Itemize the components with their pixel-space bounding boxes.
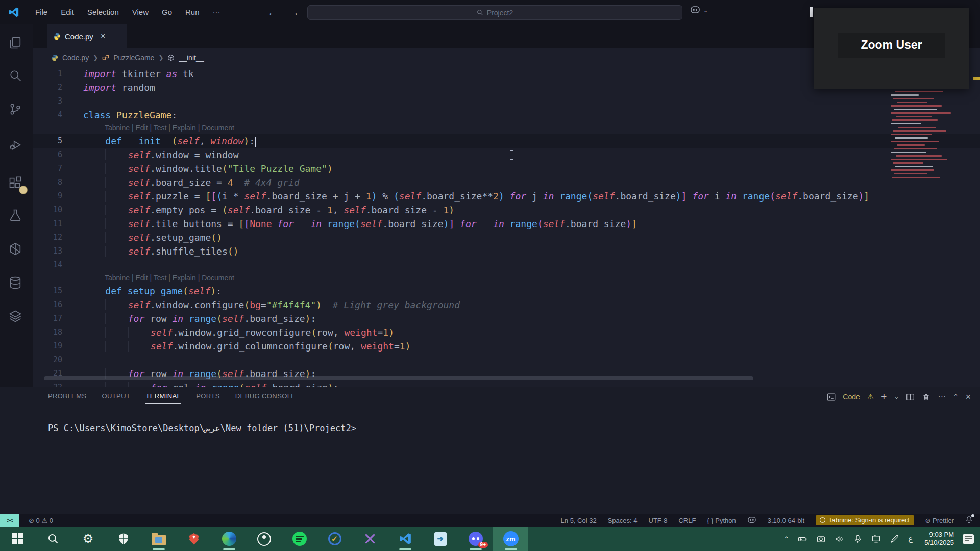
nav-forward-icon[interactable]: →	[289, 7, 299, 18]
copilot-status-icon[interactable]	[747, 517, 756, 524]
taskbar-settings[interactable]: ⚙	[70, 527, 106, 551]
layers-icon[interactable]	[8, 309, 24, 325]
code-line-14[interactable]: 14	[33, 258, 980, 272]
breadcrumb-class[interactable]: PuzzleGame	[113, 54, 154, 62]
tab-code-py[interactable]: Code.py ×	[47, 24, 127, 48]
horizontal-scrollbar[interactable]	[44, 376, 753, 380]
notification-center-icon[interactable]	[963, 534, 974, 544]
zoom-app[interactable]: zm	[493, 527, 528, 551]
code-line-4[interactable]: 4class PuzzleGame:	[33, 108, 980, 122]
code-line-12[interactable]: 12 self.setup_game()	[33, 231, 980, 244]
terminal-prompt[interactable]: PS C:\Users\KimoStore\Desktop\عرض\New fo…	[48, 423, 356, 433]
display-icon[interactable]	[871, 534, 881, 544]
tab-close-icon[interactable]: ×	[101, 32, 105, 41]
panel-tab-ports[interactable]: PORTS	[196, 392, 220, 404]
panel-tab-debug-console[interactable]: DEBUG CONSOLE	[235, 392, 296, 404]
code-line-9[interactable]: 9 self.puzzle = [[(i * self.board_size +…	[33, 189, 980, 203]
run-debug-icon[interactable]	[8, 138, 24, 154]
menu-selection[interactable]: Selection	[81, 0, 126, 24]
document-share-app[interactable]: ➜	[423, 527, 458, 551]
menu-file[interactable]: File	[29, 0, 54, 24]
menu-[interactable]: ···	[206, 0, 227, 24]
code-line-6[interactable]: 6 self.window = window	[33, 148, 980, 162]
codelens-actions[interactable]: Tabnine | Edit | Test | Explain | Docume…	[105, 272, 980, 284]
encoding[interactable]: UTF-8	[649, 517, 668, 524]
code-line-3[interactable]: 3	[33, 94, 980, 108]
testing-icon[interactable]	[8, 208, 24, 224]
obs-recorder[interactable]	[247, 527, 282, 551]
terminal-dropdown-icon[interactable]: ⌄	[894, 393, 899, 400]
camera-icon[interactable]	[816, 534, 826, 544]
code-line-16[interactable]: 16 self.window.configure(bg="#f4f4f4") #…	[33, 298, 980, 312]
split-terminal-icon[interactable]	[906, 393, 915, 402]
pen-icon[interactable]	[890, 534, 899, 544]
discord[interactable]: 9+	[458, 527, 493, 551]
source-control-icon[interactable]	[8, 102, 24, 118]
menu-go[interactable]: Go	[155, 0, 179, 24]
code-line-17[interactable]: 17 for row in range(self.board_size):	[33, 312, 980, 325]
panel-tab-terminal[interactable]: TERMINAL	[145, 392, 181, 404]
taskbar-search[interactable]	[35, 527, 70, 551]
python-interpreter[interactable]: 3.10.0 64-bit	[768, 517, 804, 524]
microphone-icon[interactable]	[853, 534, 863, 544]
database-icon[interactable]	[8, 276, 24, 292]
notifications-bell[interactable]	[965, 516, 973, 525]
code-line-20[interactable]: 20	[33, 353, 980, 367]
close-panel-icon[interactable]: ×	[965, 392, 971, 403]
new-terminal-button[interactable]: +	[881, 391, 887, 403]
code-line-15[interactable]: 15 def setup_game(self):	[33, 284, 980, 298]
codelens-actions[interactable]: Tabnine | Edit | Test | Explain | Docume…	[105, 122, 980, 134]
windows-defender[interactable]	[106, 527, 141, 551]
code-line-19[interactable]: 19 self.window.grid_columnconfigure(row,…	[33, 339, 980, 353]
brave-browser[interactable]	[176, 527, 211, 551]
file-explorer[interactable]	[141, 527, 176, 551]
more-actions-icon[interactable]: ···	[938, 392, 946, 402]
shell-warning-icon[interactable]: ⚠	[867, 392, 874, 402]
panel-tab-output[interactable]: OUTPUT	[102, 392, 130, 404]
search-sidebar-icon[interactable]	[8, 68, 24, 85]
nav-back-icon[interactable]: ←	[267, 7, 278, 18]
code-line-10[interactable]: 10 self.empty_pos = (self.board_size - 1…	[33, 203, 980, 217]
start-button[interactable]	[0, 527, 35, 551]
menu-run[interactable]: Run	[179, 0, 206, 24]
menu-view[interactable]: View	[126, 0, 155, 24]
eol-sequence[interactable]: CRLF	[678, 517, 696, 524]
indentation[interactable]: Spaces: 4	[608, 517, 638, 524]
shell-name[interactable]: Code	[843, 393, 860, 401]
remote-indicator[interactable]: ><	[0, 514, 19, 527]
edge-browser[interactable]	[211, 527, 247, 551]
breadcrumb-file[interactable]: Code.py	[62, 54, 89, 62]
minimap[interactable]	[891, 87, 957, 184]
code-line-8[interactable]: 8 self.board_size = 4 # 4x4 grid	[33, 176, 980, 189]
zoom-participant-window[interactable]: Zoom User	[814, 8, 969, 89]
code-line-7[interactable]: 7 self.window.title("Tile Puzzle Game")	[33, 162, 980, 176]
input-language-indicator[interactable]: ع	[908, 534, 913, 543]
microsoft-todo[interactable]: ✓	[317, 527, 352, 551]
battery-icon[interactable]	[798, 534, 807, 544]
spotify[interactable]	[282, 527, 317, 551]
language-mode[interactable]: { } Python	[707, 517, 736, 524]
code-line-22[interactable]: 22 for col in range(self.board_size):	[33, 381, 980, 387]
tabnine-status[interactable]: Tabnine: Sign-in is required	[816, 515, 914, 525]
extensions-icon[interactable]	[8, 176, 24, 192]
copilot-menu[interactable]: ⌄	[690, 6, 708, 14]
vscode-taskbar[interactable]	[387, 527, 423, 551]
menu-edit[interactable]: Edit	[54, 0, 81, 24]
cursor-position[interactable]: Ln 5, Col 32	[561, 517, 597, 524]
prettier-status[interactable]: ⊘ Prettier	[925, 517, 954, 524]
tray-chevron-up-icon[interactable]: ⌃	[783, 535, 789, 543]
breadcrumb-method[interactable]: __init__	[179, 54, 204, 62]
kill-terminal-icon[interactable]	[922, 393, 930, 402]
code-line-5[interactable]: 5 def __init__(self, window):	[33, 134, 980, 148]
explorer-icon[interactable]	[8, 36, 24, 52]
speaker-icon[interactable]	[835, 534, 844, 544]
problems-summary[interactable]: ⊘ 0 ⚠ 0	[29, 517, 53, 524]
code-line-13[interactable]: 13 self.shuffle_tiles()	[33, 244, 980, 258]
code-editor[interactable]: 1import tkinter as tk2import random34cla…	[33, 67, 980, 387]
code-line-18[interactable]: 18 self.window.grid_rowconfigure(row, we…	[33, 325, 980, 339]
panel-tab-problems[interactable]: PROBLEMS	[48, 392, 86, 404]
hexagon-extension-icon[interactable]	[8, 242, 24, 258]
code-line-11[interactable]: 11 self.tile_buttons = [[None for _ in r…	[33, 217, 980, 231]
visual-studio[interactable]	[352, 527, 387, 551]
taskbar-clock[interactable]: 9:03 PM 5/10/2025	[924, 531, 954, 547]
